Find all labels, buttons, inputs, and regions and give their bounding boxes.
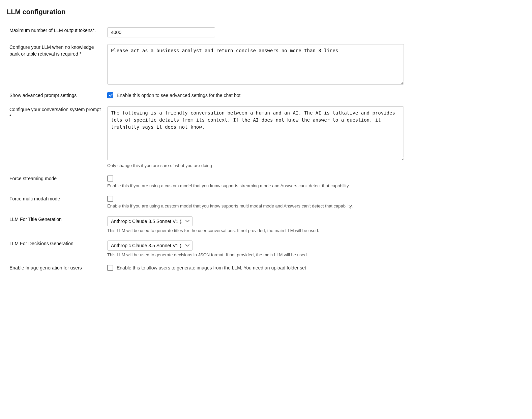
force-multimodal-checkbox[interactable] [107,196,113,202]
conversation-prompt-textarea[interactable]: The following is a friendly conversation… [107,106,404,160]
no-kb-prompt-row: Configure your LLM when no knowledge ban… [7,41,411,89]
max-tokens-input[interactable] [107,27,215,37]
force-streaming-hint: Enable this if you are using a custom mo… [107,183,404,189]
llm-title-generation-select[interactable]: Anthropic Claude 3.5 Sonnet V1 (. [107,216,193,226]
image-generation-label: Enable Image generation for users [9,265,82,270]
llm-decisions-generation-select[interactable]: Anthropic Claude 3.5 Sonnet V1 (. [107,240,193,251]
force-multimodal-row: Force multi modal mode Enable this if yo… [7,192,411,213]
show-advanced-row: Show advanced prompt settings Enable thi… [7,89,411,103]
conversation-prompt-hint: Only change this if you are sure of what… [107,163,404,169]
llm-config-form: Maximum number of LLM output tokens*. Co… [7,24,411,276]
force-streaming-row: Force streaming mode Enable this if you … [7,172,411,192]
llm-title-generation-hint: This LLM will be used to generate titles… [107,228,404,234]
llm-title-generation-label: LLM For Title Generation [9,217,62,222]
page-title: LLM configuration [7,8,411,16]
conversation-prompt-label: Configure your conversation system promp… [9,107,101,119]
image-generation-row: Enable Image generation for users Enable… [7,261,411,276]
force-streaming-checkbox[interactable] [107,175,113,182]
force-multimodal-hint: Enable this if you are using a custom mo… [107,203,404,209]
llm-decisions-generation-hint: This LLM will be used to generate decisi… [107,252,404,258]
llm-title-generation-row: LLM For Title Generation Anthropic Claud… [7,213,411,237]
show-advanced-checkbox[interactable] [107,92,113,98]
llm-decisions-generation-label: LLM For Decisions Generation [9,241,73,246]
max-tokens-label: Maximum number of LLM output tokens*. [9,28,96,33]
show-advanced-label: Show advanced prompt settings [9,93,77,98]
max-tokens-row: Maximum number of LLM output tokens*. [7,24,411,41]
no-kb-prompt-textarea[interactable]: Please act as a business analyst and ret… [107,44,404,85]
conversation-prompt-row: Configure your conversation system promp… [7,103,411,172]
image-generation-checkbox[interactable] [107,265,113,271]
image-generation-checkbox-label: Enable this to allow users to generate i… [117,265,306,270]
force-streaming-label: Force streaming mode [9,176,57,181]
force-multimodal-label: Force multi modal mode [9,196,60,201]
llm-decisions-generation-row: LLM For Decisions Generation Anthropic C… [7,237,411,261]
no-kb-prompt-label: Configure your LLM when no knowledge ban… [9,44,94,57]
show-advanced-checkbox-label: Enable this option to see advanced setti… [117,93,240,98]
